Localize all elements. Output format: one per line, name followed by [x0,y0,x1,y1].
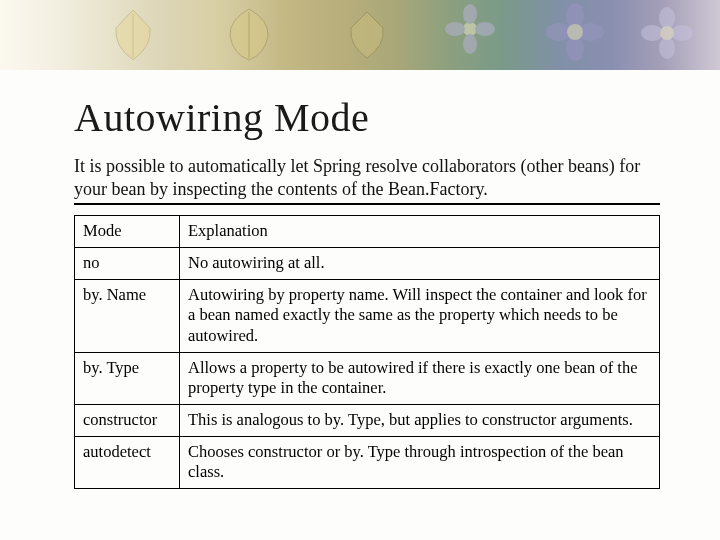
modes-table: Mode Explanation no No autowiring at all… [74,215,660,489]
flower-icon [445,4,495,62]
cell-mode: by. Name [75,280,180,352]
svg-point-14 [659,37,675,59]
intro-text: It is possible to automatically let Spri… [74,155,660,205]
slide-content: Autowiring Mode It is possible to automa… [0,70,720,489]
cell-explanation: Allows a property to be autowired if the… [180,352,660,404]
svg-point-6 [445,22,465,36]
svg-point-12 [659,7,675,29]
svg-point-3 [463,4,477,24]
cell-explanation: No autowiring at all. [180,248,660,280]
table-row: by. Type Allows a property to be autowir… [75,352,660,404]
svg-point-15 [641,25,663,41]
leaf-icon [345,10,389,60]
cell-mode: by. Type [75,352,180,404]
table-row: constructor This is analogous to by. Typ… [75,404,660,436]
svg-point-11 [567,24,583,40]
table-row: by. Name Autowiring by property name. Wi… [75,280,660,352]
cell-mode: no [75,248,180,280]
cell-explanation: This is analogous to by. Type, but appli… [180,404,660,436]
svg-point-2 [463,22,477,36]
table-row: no No autowiring at all. [75,248,660,280]
leaf-icon [225,6,273,62]
svg-point-13 [671,25,693,41]
cell-mode: constructor [75,404,180,436]
leaf-icon [110,8,156,62]
table-row: autodetect Chooses constructor or by. Ty… [75,437,660,489]
svg-point-5 [463,34,477,54]
table-header-row: Mode Explanation [75,216,660,248]
svg-point-16 [660,26,674,40]
col-mode-header: Mode [75,216,180,248]
slide-title: Autowiring Mode [74,94,660,141]
cell-explanation: Autowiring by property name. Will inspec… [180,280,660,352]
flower-icon [545,2,605,66]
col-explanation-header: Explanation [180,216,660,248]
cell-mode: autodetect [75,437,180,489]
decorative-banner [0,0,720,70]
cell-explanation: Chooses constructor or by. Type through … [180,437,660,489]
svg-point-4 [475,22,495,36]
flower-icon [640,6,694,64]
